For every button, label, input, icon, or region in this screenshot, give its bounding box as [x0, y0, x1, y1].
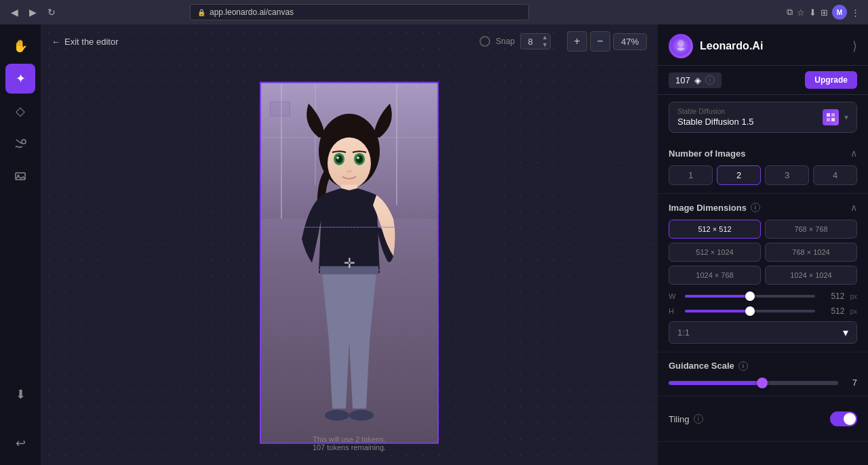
dimensions-info-icon[interactable]: i [751, 203, 760, 212]
width-slider-thumb[interactable] [745, 291, 755, 301]
image-count-1-button[interactable]: 1 [669, 165, 713, 185]
image-count-2-button[interactable]: 2 [717, 165, 761, 185]
height-slider-fill [685, 310, 750, 312]
brand-avatar [669, 34, 693, 58]
snap-arrows: ▲ ▼ [540, 34, 550, 49]
width-slider-row: W 512 px [669, 291, 857, 301]
browser-chrome: ◀ ▶ ↻ 🔒 app.leonardo.ai/canvas ⧉ ☆ ⬇ ⊞ M… [0, 0, 868, 24]
width-label: W [669, 292, 679, 300]
image-dimensions-section: Image Dimensions i ∧ 512 × 512 768 × 768… [658, 194, 868, 352]
panel-collapse-button[interactable]: ⟩ [852, 39, 857, 54]
back-button[interactable]: ◀ [8, 5, 21, 19]
height-slider-thumb[interactable] [745, 306, 755, 316]
svg-rect-29 [831, 118, 835, 121]
height-slider[interactable] [685, 310, 815, 312]
token-info-icon[interactable]: i [705, 75, 715, 85]
height-label: H [669, 307, 679, 315]
image-count-3-button[interactable]: 3 [765, 165, 809, 185]
download-button[interactable]: ⬇ [5, 380, 35, 409]
refresh-button[interactable]: ↻ [45, 5, 58, 19]
width-slider-fill [685, 295, 750, 298]
canvas-image-container[interactable]: ✛ [260, 82, 439, 444]
snap-down-button[interactable]: ▼ [540, 41, 550, 49]
hand-tool-button[interactable]: ✋ [5, 31, 35, 61]
undo-button[interactable]: ↩ [5, 428, 35, 458]
height-slider-row: H 512 px [669, 306, 857, 316]
model-icon [823, 109, 839, 125]
dim-1024x1024-button[interactable]: 1024 × 1024 [765, 266, 857, 285]
eraser-icon: ◇ [16, 104, 25, 119]
undo-icon: ↩ [16, 436, 26, 451]
image-count-4-button[interactable]: 4 [813, 165, 857, 185]
number-of-images-toggle[interactable]: ∧ [850, 148, 857, 159]
tiling-section: Tiling i [658, 397, 868, 442]
hand-icon: ✋ [13, 39, 28, 54]
ratio-dropdown-icon: ▾ [843, 326, 848, 339]
snap-label: Snap [496, 37, 515, 46]
model-selector[interactable]: Stable Diffusion Stable Diffusion 1.5 ▾ [669, 102, 857, 133]
dim-512x1024-button[interactable]: 512 × 1024 [669, 243, 761, 262]
svg-point-17 [336, 157, 339, 159]
token-count: 107 ◈ i [669, 73, 722, 88]
guidance-slider-thumb[interactable] [757, 378, 768, 388]
snap-value-control: 8 ▲ ▼ [520, 33, 551, 49]
tiling-toggle-knob [844, 413, 856, 425]
guidance-info-icon[interactable]: i [738, 361, 748, 371]
eraser-tool-button[interactable]: ◇ [5, 96, 35, 126]
select-tool-button[interactable]: ✦ [5, 64, 35, 94]
top-bar: ← Exit the editor Snap 8 ▲ ▼ + − 47% [41, 24, 658, 58]
dim-1024x768-button[interactable]: 1024 × 768 [669, 266, 761, 285]
width-value: 512 [821, 291, 844, 301]
url-bar[interactable]: 🔒 app.leonardo.ai/canvas [190, 4, 529, 20]
token-info-line2: 107 tokens remaining. [313, 443, 386, 451]
move-cursor-icon: ✛ [344, 255, 355, 271]
svg-point-16 [356, 155, 363, 163]
tiling-row: Tiling i [669, 405, 857, 433]
snap-up-button[interactable]: ▲ [540, 34, 550, 41]
svg-point-15 [336, 155, 342, 163]
token-count-value: 107 [675, 75, 690, 85]
model-label: Stable Diffusion [677, 108, 823, 115]
canvas-image: ✛ [261, 83, 437, 443]
snap-checkbox[interactable] [479, 36, 490, 47]
tiling-info-icon[interactable]: i [694, 414, 703, 424]
width-slider[interactable] [685, 295, 815, 298]
apps-button[interactable]: ⊞ [821, 5, 828, 20]
dim-768x768-button[interactable]: 768 × 768 [765, 220, 857, 239]
section-header-guidance: Guidance Scale i [669, 361, 857, 371]
svg-line-1 [16, 140, 22, 144]
menu-button[interactable]: ⋮ [851, 5, 860, 20]
extensions-button[interactable]: ⧉ [787, 5, 793, 20]
dim-768x1024-button[interactable]: 768 × 1024 [765, 243, 857, 262]
ratio-selector[interactable]: 1:1 ▾ [669, 321, 857, 344]
guidance-slider[interactable] [669, 381, 838, 385]
svg-point-23 [349, 410, 374, 421]
upgrade-button[interactable]: Upgrade [805, 71, 857, 89]
bookmark-button[interactable]: ☆ [797, 5, 805, 20]
height-unit: px [850, 308, 857, 315]
download-manager-button[interactable]: ⬇ [809, 5, 816, 20]
image-tool-button[interactable] [5, 161, 35, 191]
lock-icon: 🔒 [197, 9, 205, 16]
profile-avatar[interactable]: M [832, 5, 847, 20]
panel-brand: Leonardo.Ai [669, 34, 763, 58]
exit-editor-label: Exit the editor [64, 37, 119, 47]
zoom-out-button[interactable]: − [590, 31, 610, 52]
forward-button[interactable]: ▶ [26, 5, 39, 19]
snap-control: Snap 8 ▲ ▼ [479, 33, 551, 49]
image-icon [14, 170, 26, 182]
dim-512x512-button[interactable]: 512 × 512 [669, 220, 761, 239]
canvas-area[interactable]: ← Exit the editor Snap 8 ▲ ▼ + − 47% [41, 24, 658, 465]
brand-avatar-icon [671, 37, 690, 56]
brand-name: Leonardo.Ai [700, 40, 763, 52]
svg-point-0 [22, 140, 26, 144]
svg-point-22 [325, 410, 349, 421]
zoom-in-button[interactable]: + [567, 31, 587, 52]
image-dimensions-toggle[interactable]: ∧ [850, 202, 857, 213]
paint-tool-button[interactable] [5, 129, 35, 159]
exit-editor-button[interactable]: ← Exit the editor [52, 37, 119, 47]
ratio-value: 1:1 [677, 327, 690, 338]
svg-rect-26 [827, 113, 830, 117]
tiling-toggle[interactable] [830, 411, 857, 426]
svg-rect-28 [827, 118, 830, 121]
